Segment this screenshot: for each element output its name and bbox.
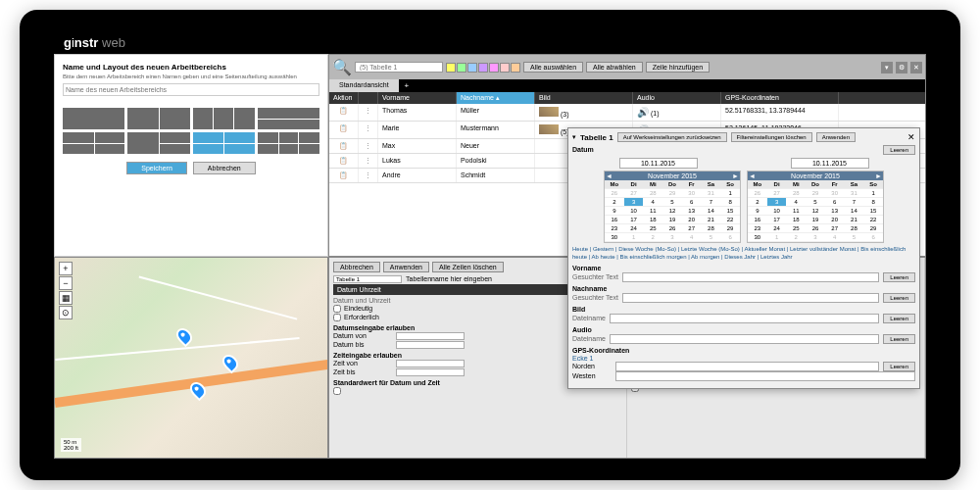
- color-swatch[interactable]: [478, 63, 488, 73]
- row-action-icon[interactable]: 📋: [329, 154, 359, 168]
- clear-filter-button[interactable]: Filtereinstellungen löschen: [731, 132, 812, 142]
- erforderlich-check[interactable]: [333, 314, 341, 321]
- color-swatch[interactable]: [446, 63, 456, 73]
- row-action-icon[interactable]: 📋: [329, 122, 359, 138]
- audio-filter-input[interactable]: [610, 334, 879, 344]
- logo: ginstr web: [64, 35, 125, 50]
- deselect-all-button[interactable]: Alle abwählen: [586, 62, 643, 73]
- next-month-icon[interactable]: ►: [875, 172, 882, 179]
- col-aktion[interactable]: Aktion: [329, 92, 359, 104]
- table-toolbar: 🔍 Alle auswählen Alle abwählen Zeile hin…: [329, 55, 925, 79]
- datum-bis-input[interactable]: [396, 341, 465, 349]
- nachname-filter-input[interactable]: [622, 293, 879, 303]
- layout-option[interactable]: [127, 132, 189, 154]
- drag-icon[interactable]: ⋮: [359, 122, 378, 138]
- layers-button[interactable]: ▦: [59, 291, 73, 305]
- tablet-frame: ginstr web Name und Layout des neuen Arb…: [20, 10, 960, 480]
- quick-date-links[interactable]: Heute | Gestern | Diese Woche (Mo-So) | …: [572, 246, 915, 262]
- std-check[interactable]: [333, 387, 341, 395]
- calendar-from[interactable]: ◄November 2015► MoDiMiDoFrSaSo2627282930…: [604, 171, 741, 243]
- next-month-icon[interactable]: ►: [732, 172, 739, 179]
- col-gps[interactable]: GPS-Koordinaten: [721, 92, 839, 104]
- date-from-input[interactable]: [619, 158, 698, 169]
- row-action-icon[interactable]: 📋: [329, 169, 359, 182]
- layout-option[interactable]: [258, 132, 319, 154]
- leeren-bild[interactable]: Leeren: [883, 314, 915, 323]
- view-tabs: Standardansicht +: [329, 79, 925, 92]
- zoom-out-button[interactable]: −: [59, 276, 73, 290]
- cancel-button[interactable]: Abbrechen: [193, 162, 256, 174]
- row-action-icon[interactable]: 📋: [329, 139, 359, 153]
- drag-icon[interactable]: ⋮: [359, 139, 378, 153]
- drag-icon[interactable]: ⋮: [359, 104, 378, 121]
- col-bild[interactable]: Bild: [535, 92, 633, 104]
- layout-option[interactable]: [258, 108, 319, 129]
- apply-filter-button[interactable]: Anwenden: [816, 132, 856, 142]
- leeren-gps[interactable]: Leeren: [883, 362, 915, 371]
- prev-month-icon[interactable]: ◄: [606, 172, 612, 179]
- layout-option-selected[interactable]: [193, 132, 255, 154]
- layout-option[interactable]: [63, 108, 124, 129]
- color-swatch[interactable]: [457, 63, 466, 73]
- locate-button[interactable]: ⊙: [59, 306, 73, 319]
- close-icon[interactable]: ✕: [910, 62, 922, 74]
- settings-icon[interactable]: ⚙: [896, 62, 907, 74]
- prev-month-icon[interactable]: ◄: [749, 172, 756, 179]
- color-swatch[interactable]: [489, 63, 499, 73]
- close-filter-icon[interactable]: ✕: [907, 132, 915, 142]
- zoom-in-button[interactable]: +: [59, 262, 73, 275]
- anwenden-button[interactable]: Anwenden: [383, 262, 429, 272]
- table-header: Aktion Vorname Nachname ▴ Bild Audio GPS…: [329, 92, 925, 104]
- color-swatch[interactable]: [500, 63, 510, 73]
- color-swatch[interactable]: [511, 63, 520, 73]
- gps-westen-input[interactable]: [615, 371, 915, 381]
- workspace-name-input[interactable]: [63, 83, 319, 96]
- eindeutig-check[interactable]: [333, 305, 341, 313]
- map-panel: + − ▦ ⊙ 50 m200 ft: [54, 257, 328, 460]
- calendar-to[interactable]: ◄November 2015► MoDiMiDoFrSaSo2627282930…: [747, 171, 884, 243]
- date-to-input[interactable]: [791, 158, 869, 169]
- tab-add[interactable]: +: [399, 79, 416, 92]
- search-input[interactable]: [355, 62, 443, 73]
- drag-icon[interactable]: ⋮: [359, 154, 378, 168]
- leeren-nachname[interactable]: Leeren: [883, 293, 915, 303]
- leeren-audio[interactable]: Leeren: [883, 334, 915, 344]
- select-all-button[interactable]: Alle auswählen: [523, 62, 583, 73]
- table-name-input[interactable]: [333, 275, 402, 283]
- col-audio[interactable]: Audio: [633, 92, 721, 104]
- map-pin[interactable]: [220, 351, 242, 373]
- layout-option[interactable]: [127, 108, 189, 129]
- app-header: ginstr web: [54, 31, 926, 54]
- layout-option[interactable]: [63, 132, 124, 154]
- table-row[interactable]: 📋⋮ThomasMüller (3)🔊 (1)52.51768331, 13.3…: [329, 104, 925, 122]
- layout-option[interactable]: [193, 108, 255, 129]
- zeit-von-input[interactable]: [396, 360, 465, 368]
- leeren-datum[interactable]: Leeren: [883, 145, 915, 155]
- col-drag: [359, 92, 378, 104]
- zeit-bis-input[interactable]: [396, 368, 465, 376]
- screen: ginstr web Name und Layout des neuen Arb…: [54, 31, 926, 459]
- bild-filter-input[interactable]: [610, 314, 879, 323]
- gps-norden-input[interactable]: [615, 362, 879, 371]
- reset-button[interactable]: Auf Werkseinstellungen zurücksetzen: [617, 132, 727, 142]
- abbrechen-button[interactable]: Abbrechen: [333, 262, 380, 272]
- save-button[interactable]: Speichern: [126, 162, 187, 174]
- col-nachname[interactable]: Nachname ▴: [457, 92, 535, 104]
- drag-icon[interactable]: ⋮: [359, 169, 378, 182]
- tab-standard[interactable]: Standardansicht: [329, 79, 399, 92]
- color-swatch[interactable]: [467, 63, 477, 73]
- map-pin[interactable]: [173, 325, 196, 348]
- layout-panel: Name und Layout des neuen Arbeitbereichs…: [54, 54, 328, 257]
- filter-icon[interactable]: ▾: [881, 62, 893, 74]
- filter-icon: ▾: [572, 133, 576, 141]
- alle-loeschen-button[interactable]: Alle Zeilen löschen: [432, 262, 504, 272]
- leeren-vorname[interactable]: Leeren: [883, 272, 915, 282]
- map[interactable]: + − ▦ ⊙ 50 m200 ft: [55, 258, 327, 459]
- add-row-button[interactable]: Zeile hinzufügen: [646, 62, 710, 73]
- datum-von-input[interactable]: [396, 332, 465, 340]
- vorname-filter-input[interactable]: [622, 272, 879, 282]
- col-vorname[interactable]: Vorname: [378, 92, 457, 104]
- layout-grid: [63, 108, 319, 154]
- search-icon: 🔍: [332, 58, 352, 76]
- row-action-icon[interactable]: 📋: [329, 104, 359, 121]
